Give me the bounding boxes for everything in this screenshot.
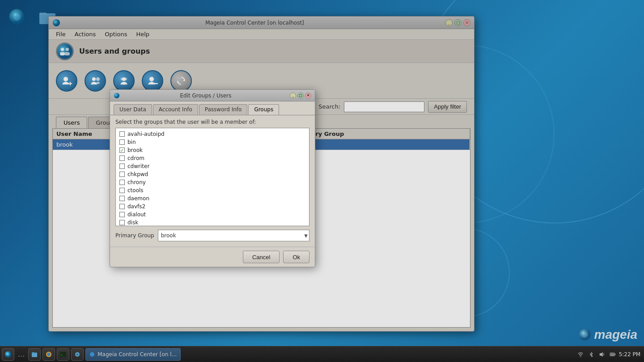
dialog-tab-password-info[interactable]: Password Info [199,104,248,115]
group-checkbox[interactable] [119,172,125,177]
dialog-tab-account-info[interactable]: Account Info [153,104,198,115]
group-list-item[interactable]: dialout [116,210,309,219]
svg-point-38 [76,354,78,355]
taskbar-right: 5:22 PM [577,351,644,358]
group-checkbox[interactable] [119,204,125,209]
taskbar-left: ... >_ [0,348,181,361]
group-checkbox[interactable] [119,180,125,185]
group-list-item[interactable]: davfs2 [116,202,309,210]
taskbar-settings-button[interactable] [71,348,84,361]
dialog-buttons: Cancel Ok [110,247,315,267]
group-list-item[interactable]: chrony [116,178,309,186]
taskbar-browser-button[interactable] [42,348,55,361]
group-name-label: avahi-autoipd [127,131,165,137]
dialog-controls: _ □ ✕ [290,93,311,99]
taskbar-app-label: Mageia Control Center [on l... [97,351,177,358]
primary-group-label: Primary Group [115,232,154,239]
group-checkbox[interactable] [119,188,125,193]
group-list-item[interactable]: avahi-autoipd [116,130,309,138]
group-name-label: chkpwd [127,171,148,177]
group-name-label: disk [127,219,138,226]
bluetooth-icon[interactable] [588,351,595,358]
group-name-label: brook [127,147,143,153]
primary-group-select[interactable]: brook [158,230,309,241]
group-name-label: cdrom [127,155,144,161]
group-checkbox[interactable] [119,156,125,161]
taskbar: ... >_ [0,346,644,362]
svg-point-39 [90,352,94,357]
svg-point-28 [114,93,119,98]
taskbar-terminal-button[interactable]: >_ [57,348,69,361]
group-list-item[interactable]: daemon [116,194,309,202]
svg-point-40 [580,356,581,357]
group-name-label: dialout [127,211,146,218]
taskbar-start-button[interactable] [2,348,14,361]
group-list-item[interactable]: ✓brook [116,146,309,154]
group-name-label: davfs2 [127,203,145,210]
group-list-item[interactable]: bin [116,138,309,146]
group-list-item[interactable]: cdwriter [116,162,309,170]
taskbar-system-icons [577,351,616,358]
dialog-maximize-button[interactable]: □ [297,93,304,99]
system-time: 5:22 PM [619,351,640,358]
dialog-tab-user-data[interactable]: User Data [114,104,152,115]
group-checkbox[interactable] [119,212,125,217]
dialog-overlay: Edit Groups / Users _ □ ✕ User Data Acco… [0,0,644,362]
dialog-mageia-icon [114,93,120,99]
group-list-item[interactable]: cdrom [116,154,309,162]
ok-button[interactable]: Ok [283,251,309,263]
primary-group-row: Primary Group brook ▼ [115,226,309,243]
dialog-close-button[interactable]: ✕ [305,93,311,99]
group-checkbox[interactable]: ✓ [119,147,125,153]
group-name-label: bin [127,139,136,145]
svg-point-30 [7,353,9,356]
group-checkbox[interactable] [119,131,125,137]
svg-rect-32 [32,352,34,354]
group-list-item[interactable]: ctools [116,186,309,194]
volume-icon[interactable] [598,351,606,358]
taskbar-mageia-app[interactable]: Mageia Control Center [on l... [85,348,181,361]
taskbar-files-button[interactable] [28,348,41,361]
svg-rect-44 [610,353,614,355]
svg-rect-43 [614,354,615,355]
group-name-label: ctools [127,187,144,194]
svg-marker-41 [599,352,602,357]
taskbar-dots[interactable]: ... [16,350,26,358]
dialog-minimize-button[interactable]: _ [290,93,296,99]
primary-group-select-wrapper: brook ▼ [158,230,309,241]
edit-groups-dialog: Edit Groups / Users _ □ ✕ User Data Acco… [110,89,315,267]
group-checkbox[interactable] [119,164,125,169]
dialog-titlebar: Edit Groups / Users _ □ ✕ [110,90,315,101]
group-name-label: cdwriter [127,163,149,169]
svg-point-34 [47,353,51,356]
dialog-tabs: User Data Account Info Password Info Gro… [110,101,315,115]
group-list-item[interactable]: chkpwd [116,170,309,178]
group-checkbox[interactable] [119,196,125,201]
group-list-item[interactable]: disk [116,219,309,226]
dialog-instruction: Select the groups that the user will be … [115,119,309,125]
group-checkbox[interactable] [119,220,125,225]
dialog-title-text: Edit Groups / Users [122,93,290,99]
dialog-tab-groups[interactable]: Groups [248,104,279,115]
wifi-icon[interactable] [577,351,584,358]
group-name-label: chrony [127,179,146,185]
groups-list: avahi-autoipdbin✓brookcdromcdwriterchkpw… [115,128,309,226]
cancel-button[interactable]: Cancel [243,251,280,263]
svg-text:>_: >_ [61,353,64,357]
group-checkbox[interactable] [119,139,125,145]
battery-icon [609,351,616,358]
dialog-content: Select the groups that the user will be … [110,115,315,247]
group-name-label: daemon [127,195,149,202]
